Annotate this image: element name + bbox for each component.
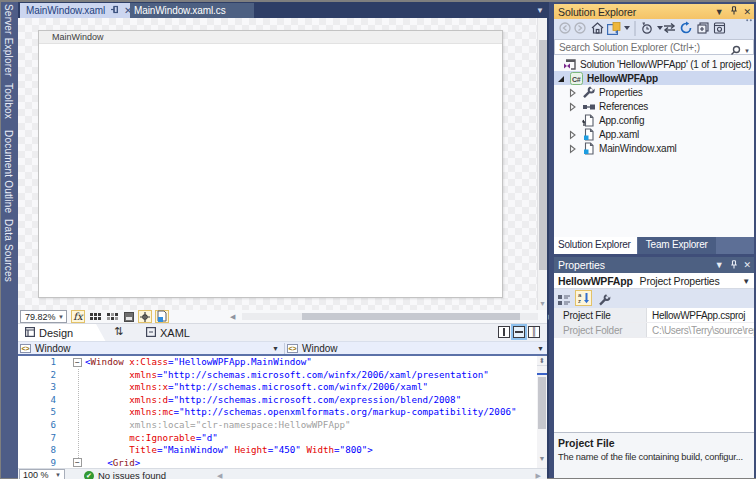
forward-icon[interactable] [574,22,586,34]
editor-vertical-scrollbar[interactable]: ⬍ ▼ [537,356,547,468]
tree-item-references[interactable]: References [554,99,754,113]
expander-expanded-icon[interactable] [557,74,565,82]
snapping-toggle-button[interactable] [138,310,152,323]
tree-item-solution-hellowwpfapp-1-of-1-project[interactable]: Solution 'HellowWPFApp' (1 of 1 project) [554,57,754,71]
tab-solution-explorer[interactable]: Solution Explorer [554,237,637,254]
fold-collapse-icon[interactable]: − [73,458,82,467]
nav-divider [284,343,285,354]
vertical-split-button[interactable] [498,326,510,338]
tab-design-view[interactable]: Design [18,324,106,342]
code-line-7[interactable]: 7 mc:Ignorable="d" [18,432,537,445]
solution-explorer-toolbar [554,19,754,39]
designer-artboard[interactable]: MainWindow [38,30,503,298]
property-row-project-folder[interactable]: Project FolderC:\Users\Terry\source\rep [554,323,754,338]
horizontal-split-button[interactable] [513,326,525,338]
tab-active-label: MainWindow.xaml [26,5,105,16]
pin-icon[interactable] [110,5,119,16]
design-surface[interactable]: MainWindow [18,18,547,310]
pin-icon[interactable] [730,6,738,17]
snapline-button[interactable] [122,310,136,323]
code-line-5[interactable]: 5 xmlns:mc="http://schemas.openxmlformat… [18,406,537,419]
artboard-titlebar: MainWindow [39,31,502,44]
preview-selected-items-icon[interactable] [713,22,726,34]
back-icon[interactable] [559,22,571,34]
show-grid-button[interactable] [88,310,102,323]
design-vscroll-down-arrow[interactable]: ▼ [539,300,546,307]
editor-vscroll-down-arrow[interactable]: ▼ [539,455,546,462]
properties-grid: Project FileHellowWPFApp.csprojProject F… [554,308,754,432]
expander-collapsed-icon[interactable] [569,102,577,110]
split-grip-icon[interactable]: ⬍ [537,356,547,366]
pending-changes-filter-icon[interactable] [641,22,654,34]
rail-tab-toolbox[interactable]: Toolbox [3,83,14,119]
design-hscroll-left-arrow[interactable]: ◀ [230,313,235,321]
tree-item-label: Properties [599,87,643,98]
tab-team-explorer[interactable]: Team Explorer [638,237,716,254]
tree-item-app-config[interactable]: App.config [554,113,754,127]
design-horizontal-scrollbar[interactable] [242,313,538,320]
tab-mainwindow-xaml-cs[interactable]: MainWindow.xaml.cs [130,3,254,18]
home-icon[interactable] [591,22,604,34]
xaml-icon [582,128,595,141]
tab-mainwindow-xaml[interactable]: MainWindow.xaml ✕ [20,3,130,18]
code-line-2[interactable]: 2 xmlns="http://schemas.microsoft.com/wi… [18,369,537,382]
tab-list-chevron-icon[interactable]: ▼ [536,6,544,15]
expander-collapsed-icon[interactable] [569,144,577,152]
properties-object-combo[interactable]: HellowWPFApp Project Properties ▼ [554,273,754,289]
editor-hscroll-left-arrow[interactable]: ◀ [217,472,222,479]
property-value[interactable]: HellowWPFApp.csproj [648,308,754,322]
window-position-chevron-icon[interactable]: ▼ [715,260,724,270]
close-icon[interactable]: ✕ [744,7,751,17]
document-tab-bar: MainWindow.xaml ✕ MainWindow.xaml.cs ▼ [18,2,549,18]
design-vscroll-thumb[interactable] [539,40,547,270]
properties-titlebar[interactable]: Properties ▼ ✕ [554,257,754,273]
left-tool-rail: Server ExplorerToolboxDocument OutlineDa… [1,2,18,478]
rail-tab-document-outline[interactable]: Document Outline [3,130,14,213]
editor-hscroll-right-arrow[interactable]: ▶ [536,472,541,479]
code-line-4[interactable]: 4 xmlns:d="http://schemas.microsoft.com/… [18,394,537,407]
code-line-6[interactable]: 6 xmlns:local="clr-namespace:HellowWPFAp… [18,419,537,432]
refresh-icon[interactable] [680,22,692,34]
chevron-down-icon[interactable]: ▼ [744,48,750,54]
code-text: mc:Ignorable="d" [85,432,218,443]
solution-explorer-search-box[interactable]: Search Solution Explorer (Ctrl+;) ▼ [554,39,754,55]
tree-item-hellowwpfapp[interactable]: C#HellowWPFApp [554,71,754,85]
code-line-3[interactable]: 3 xmlns:x="http://schemas.microsoft.com/… [18,381,537,394]
tree-item-mainwindow-xaml[interactable]: MainWindow.xaml [554,141,754,155]
property-value[interactable]: C:\Users\Terry\source\rep [648,323,754,337]
effects-toggle-button[interactable]: fx [71,310,85,323]
collapse-all-icon[interactable] [697,22,710,34]
pin-icon[interactable] [730,260,738,271]
property-row-project-file[interactable]: Project FileHellowWPFApp.csproj [554,308,754,323]
swap-panes-button[interactable]: ⇅ [114,325,123,338]
design-vertical-scrollbar[interactable]: ▼ [537,18,547,310]
expander-collapsed-icon[interactable] [569,130,577,138]
sync-with-active-document-icon[interactable] [663,22,676,34]
chevron-down-icon[interactable] [624,26,630,31]
tab-xaml-view[interactable]: XAML [136,324,200,342]
project-code-toggle-button[interactable] [155,310,169,323]
xaml-code-editor[interactable]: 1−<Window x:Class="HellowWPFApp.MainWind… [18,356,537,468]
rail-tab-data-sources[interactable]: Data Sources [3,219,14,282]
tree-item-label: HellowWPFApp [587,73,658,84]
editor-zoom-combo[interactable]: 100 % ▼ [19,469,65,479]
snap-grid-button[interactable] [105,310,119,323]
code-line-8[interactable]: 8 Title="MainWindow" Height="450" Width=… [18,444,537,457]
rail-tab-server-explorer[interactable]: Server Explorer [3,4,14,76]
fold-collapse-icon[interactable]: − [73,358,82,367]
code-line-1[interactable]: 1−<Window x:Class="HellowWPFApp.MainWind… [18,356,537,369]
design-hscroll-thumb[interactable] [302,313,520,320]
designer-zoom-combo[interactable]: 79.82% ▼ [20,310,67,323]
switch-views-icon[interactable] [607,22,621,35]
solution-explorer-titlebar[interactable]: Solution Explorer ▼ ✕ [554,4,754,19]
tree-item-app-xaml[interactable]: App.xaml [554,127,754,141]
tree-item-properties[interactable]: Properties [554,85,754,99]
close-icon[interactable]: ✕ [744,260,751,270]
toolbar-overflow-dots[interactable] [746,19,752,25]
editor-vscroll-thumb[interactable] [538,377,546,429]
expander-collapsed-icon[interactable] [569,88,577,96]
window-position-chevron-icon[interactable]: ▼ [715,7,724,17]
properties-object-name: HellowWPFApp [558,275,633,287]
collapse-pane-button[interactable] [528,326,540,338]
alphabetical-sort-icon[interactable]: az [575,290,592,310]
